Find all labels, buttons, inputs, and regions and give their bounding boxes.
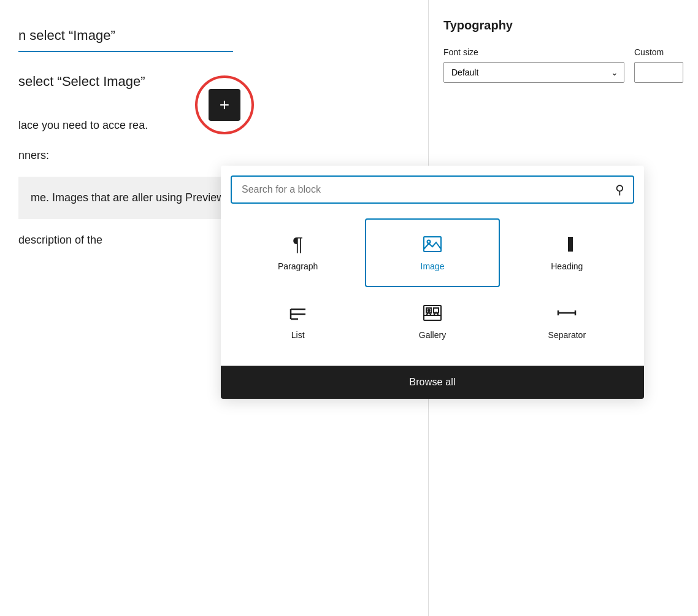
gallery-icon bbox=[423, 303, 442, 323]
svg-point-11 bbox=[428, 310, 429, 312]
blue-divider bbox=[18, 51, 233, 52]
block-label-gallery: Gallery bbox=[419, 330, 446, 340]
search-icon: ⚲ bbox=[615, 182, 624, 197]
browse-all-button[interactable]: Browse all bbox=[221, 366, 644, 399]
font-size-field: Font size Default Small Normal Large Hug… bbox=[443, 47, 624, 83]
list-icon bbox=[288, 303, 308, 323]
block-label-paragraph: Paragraph bbox=[278, 261, 318, 271]
add-block-button[interactable]: + bbox=[209, 89, 240, 121]
block-item-heading[interactable]: Heading bbox=[500, 218, 634, 287]
image-icon bbox=[423, 234, 442, 254]
block-label-heading: Heading bbox=[551, 261, 583, 271]
custom-field: Custom bbox=[634, 47, 683, 83]
blocks-grid: ¶ Paragraph Image Heading bbox=[221, 209, 644, 366]
block-label-separator: Separator bbox=[548, 330, 586, 340]
heading-icon bbox=[557, 234, 577, 254]
block-item-image[interactable]: Image bbox=[365, 218, 499, 287]
block-item-paragraph[interactable]: ¶ Paragraph bbox=[231, 218, 365, 287]
font-size-row: Font size Default Small Normal Large Hug… bbox=[443, 47, 683, 83]
separator-icon bbox=[557, 303, 577, 323]
bg-line1: n select “Image” bbox=[18, 25, 411, 46]
plus-icon: + bbox=[220, 96, 229, 114]
block-item-gallery[interactable]: Gallery bbox=[365, 287, 499, 356]
block-item-separator[interactable]: Separator bbox=[500, 287, 634, 356]
typography-heading: Typography bbox=[443, 18, 683, 33]
custom-label: Custom bbox=[634, 47, 683, 57]
block-item-list[interactable]: List bbox=[231, 287, 365, 356]
font-size-label: Font size bbox=[443, 47, 624, 57]
block-search-input[interactable] bbox=[232, 177, 633, 202]
svg-rect-0 bbox=[424, 237, 441, 252]
block-label-list: List bbox=[291, 330, 305, 340]
block-picker-popup: ⚲ ¶ Paragraph Image Heading bbox=[221, 166, 644, 399]
add-block-container: + bbox=[209, 89, 240, 121]
font-size-select[interactable]: Default Small Normal Large Huge bbox=[443, 62, 624, 83]
custom-input[interactable] bbox=[634, 62, 683, 83]
search-area: ⚲ bbox=[221, 166, 644, 209]
block-label-image: Image bbox=[421, 261, 445, 271]
paragraph-icon: ¶ bbox=[293, 234, 303, 254]
bg-para2: nners: bbox=[18, 147, 411, 164]
search-input-wrapper: ⚲ bbox=[231, 175, 634, 204]
